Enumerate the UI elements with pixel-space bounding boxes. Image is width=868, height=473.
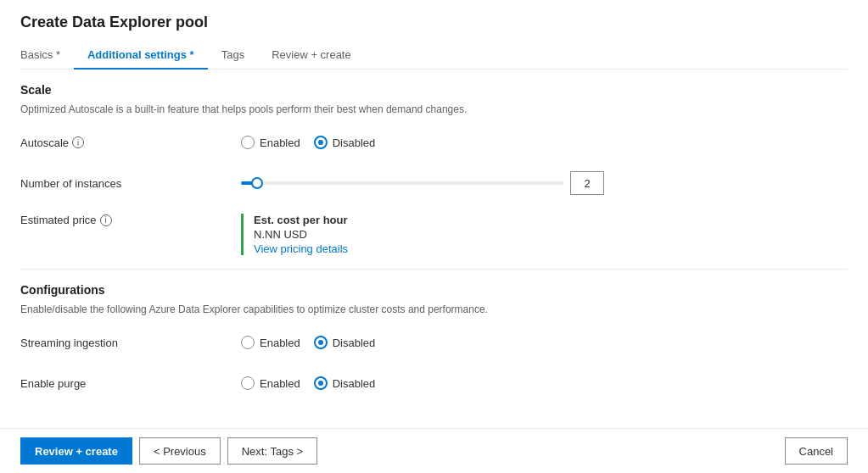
section-divider	[20, 269, 848, 270]
purge-enabled-option[interactable]: Enabled	[241, 376, 300, 390]
est-cost-label: Est. cost per hour	[254, 214, 348, 226]
purge-row: Enable purge Enabled Disabled	[20, 370, 848, 397]
review-create-button[interactable]: Review + create	[20, 437, 132, 465]
nav-tabs: Basics * Additional settings * Tags Revi…	[20, 42, 848, 70]
scale-section-title: Scale	[20, 83, 848, 97]
view-pricing-link[interactable]: View pricing details	[254, 242, 348, 255]
slider-thumb[interactable]	[251, 177, 263, 189]
autoscale-disabled-option[interactable]: Disabled	[314, 136, 376, 149]
est-cost-value: N.NN USD	[254, 228, 348, 241]
tab-basics[interactable]: Basics *	[20, 42, 74, 70]
content-area: Scale Optimized Autoscale is a built-in …	[0, 70, 868, 428]
autoscale-label: Autoscale i	[20, 136, 241, 149]
purge-disabled-radio[interactable]	[314, 376, 328, 390]
streaming-row: Streaming ingestion Enabled Disabled	[20, 329, 848, 356]
estimated-price-info-icon[interactable]: i	[100, 214, 112, 226]
streaming-enabled-option[interactable]: Enabled	[241, 336, 300, 349]
bottom-bar: Review + create < Previous Next: Tags > …	[0, 428, 868, 473]
purge-enabled-radio[interactable]	[241, 376, 255, 390]
autoscale-row: Autoscale i Enabled Disabled	[20, 129, 848, 156]
streaming-radio-group: Enabled Disabled	[241, 336, 375, 349]
price-block: Est. cost per hour N.NN USD View pricing…	[241, 214, 348, 255]
scale-description: Optimized Autoscale is a built-in featur…	[20, 103, 848, 115]
purge-label: Enable purge	[20, 377, 241, 390]
autoscale-enabled-option[interactable]: Enabled	[241, 136, 300, 149]
page-header: Create Data Explorer pool Basics * Addit…	[0, 0, 868, 70]
configurations-section-title: Configurations	[20, 283, 848, 297]
autoscale-radio-group: Enabled Disabled	[241, 136, 375, 149]
autoscale-info-icon[interactable]: i	[72, 136, 84, 148]
streaming-label: Streaming ingestion	[20, 337, 241, 349]
streaming-disabled-radio[interactable]	[314, 336, 328, 349]
autoscale-disabled-radio[interactable]	[314, 136, 328, 149]
previous-button[interactable]: < Previous	[139, 437, 221, 465]
instances-slider-container: 2	[241, 171, 604, 195]
purge-radio-group: Enabled Disabled	[241, 376, 375, 390]
cancel-button[interactable]: Cancel	[785, 437, 848, 465]
instances-row: Number of instances 2	[20, 170, 848, 197]
purge-disabled-option[interactable]: Disabled	[314, 376, 376, 390]
page-title: Create Data Explorer pool	[20, 14, 848, 31]
instances-value-box[interactable]: 2	[570, 171, 604, 195]
streaming-disabled-option[interactable]: Disabled	[314, 336, 376, 349]
next-tags-button[interactable]: Next: Tags >	[227, 437, 317, 465]
tab-review-create[interactable]: Review + create	[258, 42, 365, 70]
tab-additional-settings[interactable]: Additional settings *	[74, 42, 208, 70]
tab-tags[interactable]: Tags	[208, 42, 258, 70]
instances-label: Number of instances	[20, 177, 241, 190]
autoscale-enabled-radio[interactable]	[241, 136, 255, 149]
instances-slider-track[interactable]	[241, 181, 563, 185]
autoscale-control: Enabled Disabled	[241, 136, 375, 149]
estimated-price-label: Estimated price i	[20, 214, 241, 226]
configurations-description: Enable/disable the following Azure Data …	[20, 303, 848, 315]
estimated-price-row: Estimated price i Est. cost per hour N.N…	[20, 210, 848, 255]
streaming-control: Enabled Disabled	[241, 336, 375, 349]
streaming-enabled-radio[interactable]	[241, 336, 255, 349]
purge-control: Enabled Disabled	[241, 376, 375, 390]
